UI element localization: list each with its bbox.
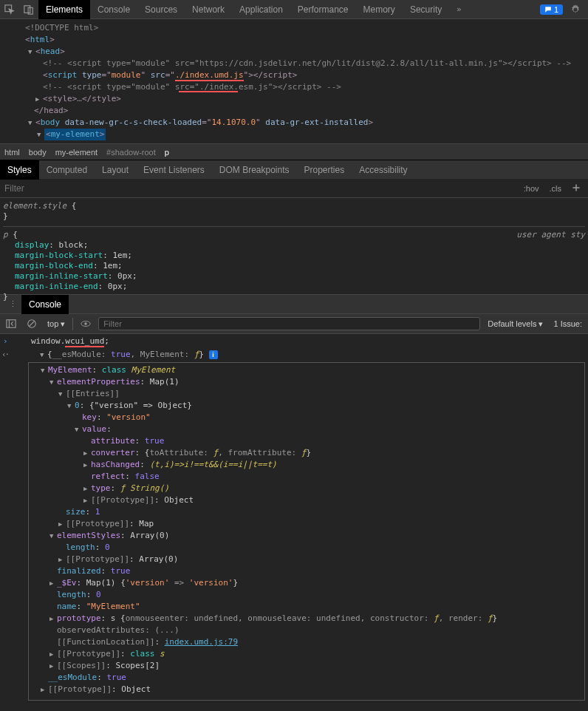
dom-tree[interactable]: <!DOCTYPE html> <html> ▼<head> <!-- <scr… [0, 19, 588, 143]
new-style-button[interactable] [569, 182, 584, 195]
dom-my-element[interactable]: ▼<my-element> [0, 129, 588, 140]
console-object-expansion[interactable]: ▼MyElement: class MyElement ▼elementProp… [28, 362, 585, 701]
styles-pane: element.style { } user agent sty p { dis… [0, 198, 588, 294]
crumb-p[interactable]: p [165, 148, 169, 157]
dom-body[interactable]: ▼<body data-new-gr-c-s-check-loaded="14.… [0, 117, 588, 129]
tab-performance[interactable]: Performance [290, 0, 356, 19]
tab-sources[interactable]: Sources [137, 0, 185, 19]
tab-memory[interactable]: Memory [356, 0, 403, 19]
styles-filter-input[interactable] [4, 183, 521, 194]
issue-count[interactable]: 1 Issue: [550, 318, 585, 330]
subtab-layout[interactable]: Layout [95, 160, 136, 180]
console-drawer-header: ⋮ Console [0, 294, 588, 313]
console-sidebar-toggle-icon[interactable] [3, 316, 19, 332]
subtab-event-listeners[interactable]: Event Listeners [136, 160, 212, 180]
crumb-body[interactable]: body [29, 148, 47, 157]
levels-dropdown[interactable]: Default levels ▾ [485, 318, 546, 330]
function-location-link[interactable]: index.umd.js:79 [165, 637, 238, 647]
dom-style[interactable]: ▶<style>…</style> [0, 93, 588, 105]
settings-icon[interactable] [566, 0, 585, 19]
dom-doctype[interactable]: <!DOCTYPE html> [0, 22, 588, 34]
subtab-properties[interactable]: Properties [297, 160, 352, 180]
subtab-dom-breakpoints[interactable]: DOM Breakpoints [212, 160, 297, 180]
tab-elements[interactable]: Elements [38, 0, 90, 19]
live-expression-icon[interactable] [78, 316, 94, 332]
dom-html[interactable]: <html> [0, 34, 588, 46]
svg-point-8 [85, 322, 88, 325]
tab-security[interactable]: Security [403, 0, 449, 19]
crumb-shadow-root[interactable]: #shadow-root [106, 148, 156, 157]
styles-tabs: Styles Computed Layout Event Listeners D… [0, 160, 588, 179]
context-dropdown[interactable]: top ▾ [44, 318, 73, 330]
console-result-line[interactable]: ▼{__esModule: true, MyElement: ƒ} i [0, 349, 588, 361]
info-icon[interactable]: i [209, 350, 218, 359]
tab-network[interactable]: Network [185, 0, 232, 19]
dom-head-close[interactable]: </head> [0, 105, 588, 117]
subtab-computed[interactable]: Computed [39, 160, 95, 180]
inspect-icon[interactable] [0, 0, 19, 19]
console-toolbar: top ▾ Default levels ▾ 1 Issue: [0, 313, 588, 334]
dom-comment-2[interactable]: <!-- <script type="module" src="./index.… [0, 81, 588, 93]
devtools-topbar: Elements Console Sources Network Applica… [0, 0, 588, 19]
console-filter-input[interactable] [98, 317, 480, 330]
drawer-handle-icon[interactable]: ⋮ [4, 299, 21, 309]
svg-rect-1 [24, 5, 30, 13]
hov-button[interactable]: :hov [521, 183, 542, 194]
more-tabs-icon[interactable]: » [449, 0, 468, 19]
subtab-styles[interactable]: Styles [0, 160, 39, 180]
issues-badge[interactable]: 1 [540, 4, 563, 15]
dom-script[interactable]: <script type="module" src="./index.umd.j… [0, 69, 588, 81]
clear-console-icon[interactable] [24, 316, 40, 332]
dom-head[interactable]: ▼<head> [0, 46, 588, 58]
styles-filter-row: :hov .cls [0, 179, 588, 198]
element-style-block[interactable]: element.style { } [3, 200, 585, 223]
ua-label: user agent sty [516, 230, 585, 240]
device-toggle-icon[interactable] [19, 0, 38, 19]
breadcrumb: html body my-element #shadow-root p [0, 143, 588, 160]
drawer-tab-console[interactable]: Console [21, 295, 69, 314]
panel-tabs: Elements Console Sources Network Applica… [38, 0, 540, 19]
ua-style-block[interactable]: user agent sty p { display: block; margi… [3, 226, 585, 304]
console-input-line[interactable]: window.wcui_umd; [0, 336, 588, 347]
subtab-accessibility[interactable]: Accessibility [352, 160, 414, 180]
console-body[interactable]: window.wcui_umd; ▼{__esModule: true, MyE… [0, 334, 588, 704]
crumb-my-element[interactable]: my-element [55, 148, 98, 157]
svg-line-6 [30, 322, 35, 327]
tab-console[interactable]: Console [90, 0, 137, 19]
crumb-html[interactable]: html [4, 148, 20, 157]
tab-application[interactable]: Application [232, 0, 290, 19]
cls-button[interactable]: .cls [547, 183, 565, 194]
dom-comment-1[interactable]: <!-- <script type="module" src="https://… [0, 58, 588, 69]
